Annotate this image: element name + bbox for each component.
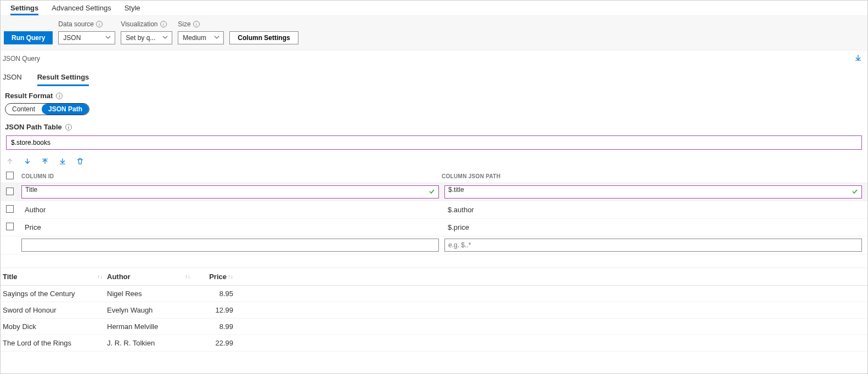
sub-tabs: JSON Result Settings (1, 67, 867, 86)
result-table: Title ↑↓ Author ↑↓ Price ↑↓ Sayings of t… (1, 268, 867, 352)
visualization-value: Set by q... (126, 34, 155, 42)
data-source-value: JSON (63, 34, 81, 42)
column-id-text[interactable]: Author (21, 206, 439, 214)
info-icon[interactable]: i (160, 21, 167, 27)
pill-json-path[interactable]: JSON Path (42, 104, 89, 115)
cell-title: Sword of Honour (3, 306, 107, 314)
data-source-label: Data source (58, 20, 94, 28)
info-icon[interactable]: i (193, 21, 200, 27)
move-down-icon[interactable] (24, 157, 31, 165)
table-row: Moby DickHerman Melville8.99 (1, 319, 867, 335)
new-column-path-input[interactable] (444, 239, 862, 252)
tab-result-settings[interactable]: Result Settings (37, 71, 89, 86)
cell-price: 22.99 (195, 339, 233, 347)
column-settings-button[interactable]: Column Settings (229, 31, 298, 44)
row-checkbox[interactable] (6, 223, 14, 230)
column-row[interactable]: Author$.author (1, 201, 867, 219)
json-path-table-label: JSON Path Table (5, 123, 62, 131)
toolbar: Run Query Data source i JSON Visualizati… (1, 16, 867, 50)
column-id-input[interactable]: Title (21, 185, 439, 199)
move-to-bottom-icon[interactable] (59, 157, 66, 165)
run-query-button[interactable]: Run Query (4, 31, 53, 44)
columns-table: COLUMN ID COLUMN JSON PATH Title$.titleA… (1, 169, 867, 254)
table-row: The Lord of the RingsJ. R. R. Tolkien22.… (1, 335, 867, 352)
cell-title: Sayings of the Century (3, 290, 107, 298)
result-header-price[interactable]: Price ↑↓ (195, 273, 233, 281)
cell-author: Nigel Rees (107, 290, 195, 298)
info-icon[interactable]: i (56, 93, 63, 99)
row-checkbox[interactable] (6, 205, 14, 213)
visualization-label: Visualization (121, 20, 157, 28)
chevron-down-icon (213, 34, 220, 42)
column-path-text[interactable]: $.author (444, 206, 862, 214)
visualization-select[interactable]: Set by q... (121, 31, 172, 44)
table-row: Sword of HonourEvelyn Waugh12.99 (1, 302, 867, 319)
cell-price: 8.95 (195, 290, 233, 298)
column-path-text[interactable]: $.price (444, 223, 862, 231)
result-header-author[interactable]: Author ↑↓ (107, 273, 195, 281)
pill-content[interactable]: Content (5, 104, 42, 115)
data-source-select[interactable]: JSON (58, 31, 115, 44)
result-format-label: Result Format (5, 92, 53, 100)
select-all-checkbox[interactable] (6, 172, 14, 179)
cell-title: Moby Dick (3, 322, 107, 331)
size-label: Size (178, 20, 190, 28)
column-path-input[interactable]: $.title (444, 185, 862, 199)
column-id-header: COLUMN ID (21, 173, 442, 179)
result-header-title[interactable]: Title ↑↓ (3, 273, 107, 281)
result-format-toggle: Content JSON Path (5, 103, 89, 115)
cell-author: Evelyn Waugh (107, 306, 195, 314)
tab-advanced-settings[interactable]: Advanced Settings (52, 2, 111, 15)
cell-price: 8.99 (195, 322, 233, 331)
sort-icon: ↑↓ (185, 274, 195, 280)
size-value: Medium (183, 34, 206, 42)
column-row[interactable]: Price$.price (1, 219, 867, 236)
table-row: Sayings of the CenturyNigel Rees8.95 (1, 286, 867, 302)
column-path-header: COLUMN JSON PATH (442, 173, 862, 179)
cell-author: J. R. R. Tolkien (107, 339, 195, 347)
info-icon[interactable]: i (65, 124, 72, 131)
column-row[interactable]: Title$.title (1, 183, 867, 201)
column-actions (1, 152, 867, 169)
delete-icon[interactable] (76, 157, 84, 165)
new-column-id-input[interactable] (21, 239, 439, 252)
chevron-down-icon (105, 34, 111, 42)
json-path-table-input[interactable] (6, 135, 862, 150)
sort-icon: ↑↓ (228, 274, 233, 280)
check-icon (852, 188, 858, 196)
cell-title: The Lord of the Rings (3, 339, 107, 347)
top-tabs: Settings Advanced Settings Style (1, 1, 867, 16)
check-icon (429, 188, 435, 196)
download-icon[interactable] (854, 54, 862, 63)
sort-icon: ↑↓ (97, 274, 107, 280)
json-query-label: JSON Query (3, 55, 40, 63)
tab-style[interactable]: Style (125, 2, 140, 15)
tab-settings[interactable]: Settings (10, 2, 38, 15)
chevron-down-icon (162, 34, 168, 42)
tab-json[interactable]: JSON (3, 71, 22, 86)
cell-price: 12.99 (195, 306, 233, 314)
column-id-text[interactable]: Price (21, 223, 439, 231)
info-icon[interactable]: i (96, 21, 103, 27)
row-checkbox[interactable] (6, 188, 14, 195)
move-up-icon (6, 157, 14, 165)
size-select[interactable]: Medium (178, 31, 224, 44)
move-to-top-icon[interactable] (41, 157, 49, 165)
cell-author: Herman Melville (107, 322, 195, 331)
